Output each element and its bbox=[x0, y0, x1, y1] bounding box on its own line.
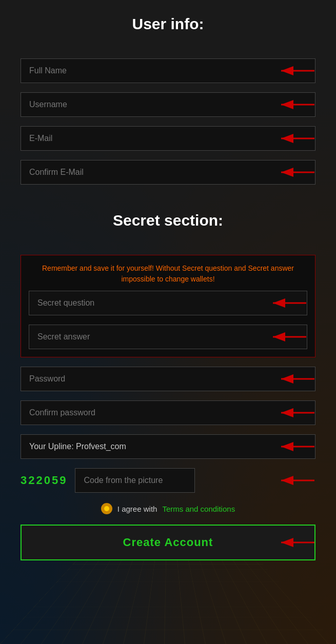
password-group bbox=[21, 367, 315, 391]
secret-box: Remember and save it for yourself! Witho… bbox=[21, 255, 315, 357]
captcha-arrow-icon bbox=[273, 473, 320, 488]
captcha-input[interactable] bbox=[75, 468, 195, 493]
full-name-group bbox=[21, 58, 315, 83]
create-account-wrapper: Create Account bbox=[21, 525, 315, 560]
create-account-button[interactable]: Create Account bbox=[21, 525, 315, 560]
confirm-password-group bbox=[21, 400, 315, 425]
password-input[interactable] bbox=[21, 367, 315, 391]
confirm-email-group bbox=[21, 160, 315, 185]
upline-input[interactable] bbox=[21, 434, 315, 459]
agree-row: I agree with Terms and conditions bbox=[21, 503, 315, 514]
secret-section-title: Secret section: bbox=[21, 212, 315, 229]
secret-answer-group bbox=[29, 325, 307, 349]
terms-link[interactable]: Terms and conditions bbox=[162, 505, 235, 513]
email-group bbox=[21, 126, 315, 151]
confirm-email-input[interactable] bbox=[21, 160, 315, 185]
page-title: User info: bbox=[21, 15, 315, 33]
full-name-input[interactable] bbox=[21, 58, 315, 83]
upline-group bbox=[21, 434, 315, 459]
agree-radio[interactable] bbox=[101, 503, 112, 514]
captcha-row: 322059 bbox=[21, 468, 315, 493]
secret-answer-input[interactable] bbox=[29, 325, 307, 349]
captcha-code: 322059 bbox=[21, 474, 67, 487]
agree-label: I agree with bbox=[117, 505, 157, 513]
username-input[interactable] bbox=[21, 92, 315, 117]
secret-question-input[interactable] bbox=[29, 291, 307, 315]
username-group bbox=[21, 92, 315, 117]
secret-question-group bbox=[29, 291, 307, 315]
confirm-password-input[interactable] bbox=[21, 400, 315, 425]
email-input[interactable] bbox=[21, 126, 315, 151]
radio-inner bbox=[104, 506, 109, 511]
secret-warning: Remember and save it for yourself! Witho… bbox=[29, 263, 307, 285]
